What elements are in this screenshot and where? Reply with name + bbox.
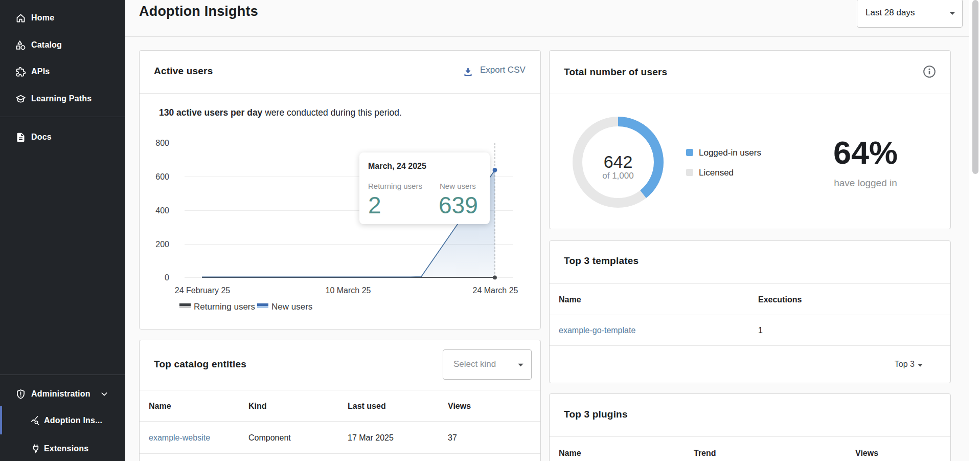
svg-text:642: 642: [604, 152, 633, 171]
svg-text:800: 800: [155, 139, 169, 147]
svg-text:10 March 25: 10 March 25: [326, 286, 371, 295]
svg-text:Returning users: Returning users: [194, 302, 255, 312]
svg-text:0: 0: [165, 273, 169, 282]
svg-text:of 1,000: of 1,000: [602, 171, 633, 181]
svg-text:24 February 25: 24 February 25: [175, 286, 231, 295]
svg-text:400: 400: [155, 206, 169, 215]
svg-text:New users: New users: [271, 302, 312, 312]
svg-text:200: 200: [155, 240, 169, 249]
svg-text:24 March 25: 24 March 25: [473, 286, 518, 295]
svg-text:600: 600: [155, 172, 169, 181]
